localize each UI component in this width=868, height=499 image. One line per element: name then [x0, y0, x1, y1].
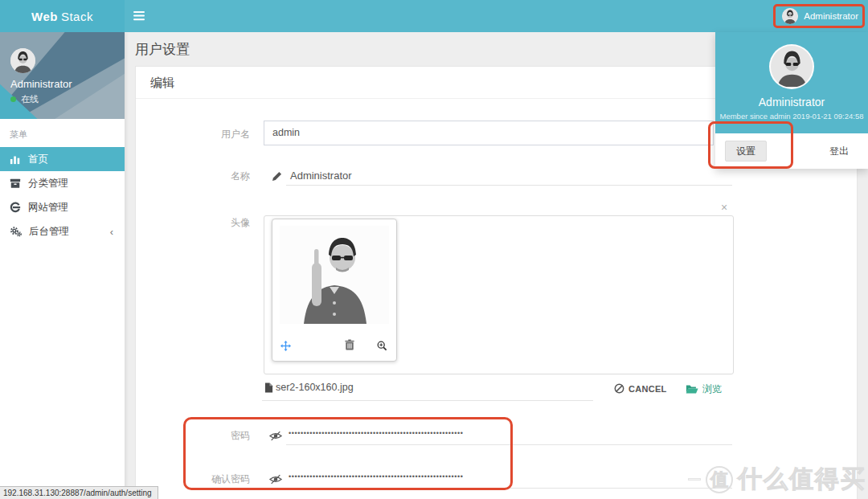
ban-icon	[614, 383, 624, 394]
password-input[interactable]: ••••••••••••••••••••••••••••••••••••••••…	[289, 429, 464, 437]
username-input[interactable]: admin	[264, 121, 714, 145]
brand-stack: Stack	[61, 10, 93, 23]
sidebar-item-label: 首页	[28, 153, 48, 166]
watermark-logo: 值	[706, 466, 733, 493]
watermark-text: 什么值得买	[738, 463, 866, 496]
app-window: Web Stack Administrator	[0, 0, 868, 499]
password-underline	[286, 444, 732, 445]
sidebar-user-avatar	[10, 48, 35, 73]
name-input[interactable]: Administrator	[290, 170, 352, 182]
chevron-left-icon: ‹	[110, 226, 113, 238]
sidebar-item-categories[interactable]: 分类管理	[0, 171, 125, 195]
settings-button[interactable]: 设置	[725, 141, 767, 162]
close-icon[interactable]: ×	[721, 202, 727, 213]
confirm-password-input[interactable]: ••••••••••••••••••••••••••••••••••••••••…	[289, 472, 464, 481]
cancel-label: CANCEL	[628, 384, 667, 394]
sidebar-user-panel: Administrator 在线	[0, 32, 125, 119]
selected-file: ser2-160x160.jpg	[264, 382, 354, 393]
eye-slash-icon[interactable]	[269, 430, 282, 444]
file-icon	[264, 382, 273, 393]
trash-icon[interactable]	[345, 339, 354, 354]
sidebar-item-label: 分类管理	[28, 177, 68, 190]
sidebar-user-status: 在线	[10, 93, 39, 105]
user-dropdown-menu: Administrator Member since admin 2019-01…	[715, 32, 868, 169]
avatar-preview-photo	[280, 226, 389, 324]
top-navbar: Web Stack Administrator	[0, 0, 868, 32]
confirm-password-label: 确认密码	[136, 472, 250, 486]
browser-e-icon	[10, 202, 21, 213]
browse-button[interactable]: 浏览	[686, 382, 722, 396]
hamburger-icon	[133, 11, 145, 13]
file-underline	[262, 400, 593, 401]
brand-web: Web	[31, 10, 58, 23]
sidebar-item-websites[interactable]: 网站管理	[0, 195, 125, 219]
sidebar-item-admin[interactable]: 后台管理 ‹	[0, 219, 125, 243]
logout-button[interactable]: 登出	[829, 141, 849, 162]
navbar-user-menu[interactable]: Administrator	[777, 0, 863, 32]
folder-open-icon	[686, 384, 698, 395]
name-label: 名称	[136, 170, 250, 183]
sidebar-user-name: Administrator	[10, 78, 72, 90]
eye-slash-icon[interactable]	[269, 473, 282, 488]
sidebar-item-home[interactable]: 首页	[0, 147, 125, 171]
online-status-label: 在线	[21, 93, 39, 105]
username-label: 用户名	[136, 128, 250, 141]
sidebar-item-label: 网站管理	[28, 201, 68, 215]
sidebar-item-label: 后台管理	[29, 225, 69, 239]
dropdown-footer: 设置 登出	[715, 133, 868, 169]
avatar-crop-panel	[264, 215, 734, 374]
navbar-user-label: Administrator	[804, 11, 858, 21]
watermark: 值 什么值得买	[688, 463, 866, 496]
sidebar-menu-header: 菜单	[0, 119, 125, 147]
online-dot-icon	[10, 96, 16, 102]
sidebar: Administrator 在线 菜单 首页 分类管理	[0, 32, 125, 499]
avatar-label: 头像	[136, 216, 250, 230]
dropdown-user-name: Administrator	[715, 96, 868, 108]
move-icon[interactable]	[280, 340, 291, 354]
cogs-icon	[10, 226, 22, 237]
avatar-preview-card[interactable]	[272, 219, 397, 362]
zoom-in-icon[interactable]	[377, 340, 387, 354]
bar-chart-icon	[10, 153, 21, 165]
avatar-image	[10, 48, 35, 73]
sidebar-toggle-button[interactable]	[133, 0, 166, 32]
dropdown-header: Administrator Member since admin 2019-01…	[715, 32, 868, 133]
browser-status-url: 192.168.31.130:28887/admin/auth/setting	[0, 486, 158, 499]
password-label: 密码	[136, 429, 250, 443]
pencil-icon	[272, 170, 282, 185]
dropdown-user-avatar	[769, 44, 814, 89]
confirm-password-underline	[286, 488, 732, 489]
brand-logo[interactable]: Web Stack	[0, 0, 125, 32]
page-title: 用户设置	[135, 40, 190, 59]
file-name: ser2-160x160.jpg	[276, 382, 354, 393]
name-underline	[286, 185, 732, 186]
archive-icon	[10, 178, 21, 189]
user-avatar	[782, 8, 798, 24]
watermark-dash	[688, 478, 701, 481]
browse-label: 浏览	[702, 382, 722, 396]
cancel-button[interactable]: CANCEL	[614, 383, 667, 394]
avatar-image	[782, 8, 798, 24]
avatar-image	[772, 46, 813, 87]
dropdown-member-since: Member since admin 2019-01-21 09:24:58	[715, 112, 868, 121]
